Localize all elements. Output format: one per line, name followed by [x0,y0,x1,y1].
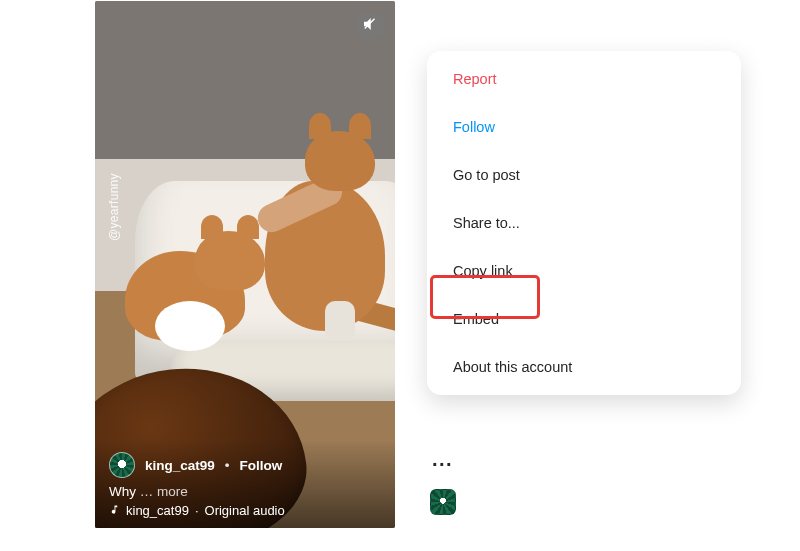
follow-inline-button[interactable]: Follow [240,458,283,473]
reel-overlay: king_cat99 • Follow Why … more king_cat9… [95,440,395,528]
audio-label: Original audio [205,503,285,518]
menu-item-copy-link[interactable]: Copy link [427,247,741,295]
caption-text: Why [109,484,136,499]
caption-ellipsis: … [140,484,154,499]
separator-dot: • [225,458,230,473]
menu-item-go-to-post[interactable]: Go to post [427,151,741,199]
caption-more-button[interactable]: more [157,484,188,499]
audio-row[interactable]: king_cat99 · Original audio [109,503,381,518]
menu-item-report[interactable]: Report [427,55,741,103]
user-row: king_cat99 • Follow [109,452,381,478]
audio-source-avatar[interactable] [430,489,456,515]
mute-button[interactable] [355,11,385,41]
more-options-button[interactable]: ··· [432,454,460,474]
menu-item-about-account[interactable]: About this account [427,343,741,391]
menu-item-embed[interactable]: Embed [427,295,741,343]
source-watermark: @yearfunny [107,173,121,241]
cat-left [115,221,265,351]
user-avatar[interactable] [109,452,135,478]
caption: Why … more [109,484,381,499]
menu-item-share-to[interactable]: Share to... [427,199,741,247]
audio-user: king_cat99 [126,503,189,518]
audio-sep: · [195,503,199,518]
post-options-menu: Report Follow Go to post Share to... Cop… [427,51,741,395]
username[interactable]: king_cat99 [145,458,215,473]
music-note-icon [109,503,120,518]
page: @yearfunny king_cat99 • Follow Why … mor… [0,0,800,551]
mute-icon [361,15,379,37]
reel-video[interactable]: @yearfunny king_cat99 • Follow Why … mor… [95,1,395,528]
menu-item-follow[interactable]: Follow [427,103,741,151]
